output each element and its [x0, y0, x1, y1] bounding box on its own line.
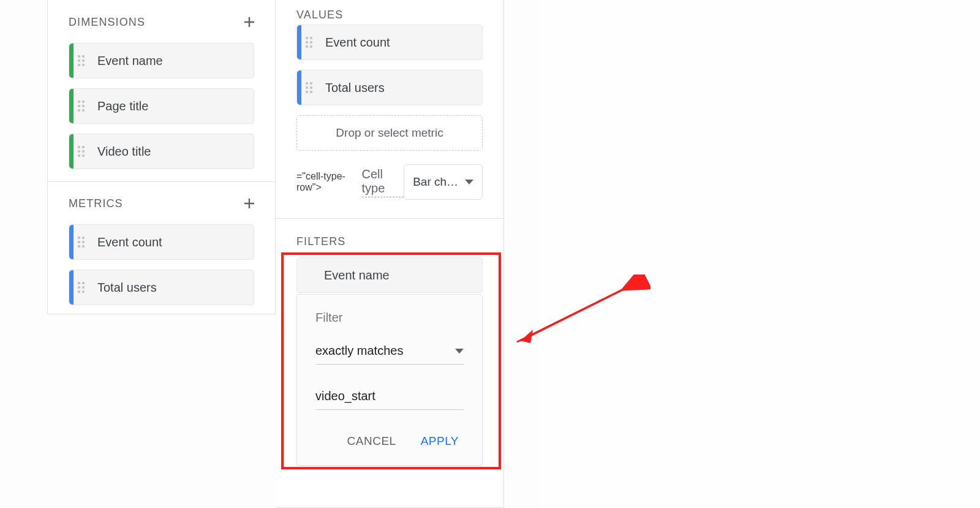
drag-handle-icon: [78, 100, 89, 112]
dimension-chip[interactable]: Event name: [69, 43, 254, 78]
values-list: Event count Total users Drop or select m…: [296, 25, 483, 151]
metrics-header: METRICS: [48, 189, 275, 218]
filter-dimension-label: Event name: [324, 268, 390, 282]
value-chip[interactable]: Event count: [296, 25, 483, 60]
value-chip[interactable]: Total users: [296, 70, 483, 105]
filter-editor-card: Filter exactly matches CANCEL APPLY: [296, 294, 483, 466]
cancel-button[interactable]: CANCEL: [345, 431, 399, 452]
value-chip-label: Event count: [325, 36, 482, 50]
add-dimension-button[interactable]: [239, 12, 259, 32]
drag-handle-icon: [306, 37, 317, 48]
cell-type-label: Cell type: [362, 167, 404, 197]
dimension-chip[interactable]: Page title: [69, 88, 254, 124]
value-chip-label: Total users: [325, 81, 482, 95]
chevron-down-icon: [465, 180, 473, 184]
drag-handle-icon: [306, 82, 317, 93]
metrics-label: METRICS: [69, 197, 123, 210]
values-label: VALUES: [296, 9, 343, 21]
add-metric-button[interactable]: [239, 194, 259, 213]
blank-area: [539, 0, 980, 508]
cell-type-value: Bar ch…: [413, 175, 458, 189]
tab-settings-panel: VALUES Event count Total users Drop or s…: [276, 0, 504, 508]
drag-handle-icon: [78, 237, 89, 248]
filter-dimension-chip[interactable]: Event name: [296, 257, 483, 293]
dimensions-header: DIMENSIONS: [48, 7, 275, 37]
dimension-chip[interactable]: Video title: [69, 134, 254, 169]
filter-editor-title: Filter: [315, 311, 342, 325]
filter-match-select[interactable]: exactly matches: [315, 338, 464, 365]
dimensions-label: DIMENSIONS: [69, 16, 145, 29]
cell-type-select[interactable]: Bar ch…: [404, 164, 483, 200]
metric-chip[interactable]: Total users: [69, 270, 254, 305]
dimension-chip-label: Event name: [97, 54, 254, 68]
dimensions-list: Event name Page title Video title: [69, 43, 254, 169]
drag-handle-icon: [78, 146, 89, 157]
filter-value-input[interactable]: [315, 383, 464, 410]
drop-hint: Drop or select metric: [336, 126, 443, 140]
filter-match-value: exactly matches: [315, 344, 403, 358]
metrics-list: Event count Total users: [69, 224, 254, 305]
drop-metric-slot[interactable]: Drop or select metric: [296, 115, 483, 151]
plus-icon: [242, 196, 257, 211]
drag-handle-icon: [78, 282, 89, 293]
metric-chip[interactable]: Event count: [69, 224, 254, 260]
plus-icon: [242, 15, 257, 29]
divider: [48, 181, 275, 182]
divider: [276, 218, 503, 219]
metric-chip-label: Event count: [97, 235, 254, 249]
filters-label: FILTERS: [296, 235, 345, 248]
apply-button[interactable]: APPLY: [418, 431, 461, 452]
drag-handle-icon: [78, 55, 89, 66]
metric-chip-label: Total users: [97, 281, 254, 295]
chevron-down-icon: [455, 349, 464, 354]
dimension-chip-label: Video title: [97, 145, 254, 159]
variables-panel: DIMENSIONS Event name Page title Video t…: [47, 0, 276, 314]
dimension-chip-label: Page title: [97, 99, 254, 113]
